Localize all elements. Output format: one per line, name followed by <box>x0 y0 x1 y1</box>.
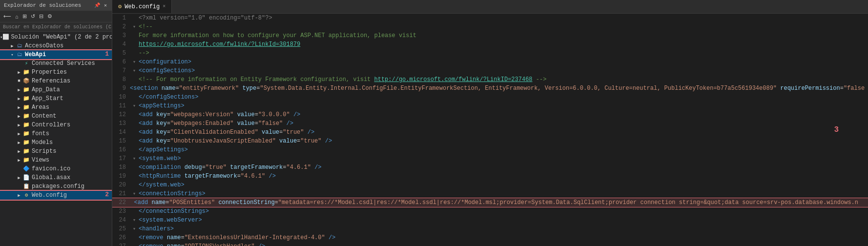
folder-icon-content: 📁 <box>22 112 30 120</box>
code-line-1: 1<?xml version="1.0" encoding="utf-8"?> <box>112 14 868 22</box>
line-content: <configSections> <box>139 66 868 75</box>
arrow-properties: ▶ <box>16 70 22 75</box>
arrow-scripts: ▶ <box>16 149 22 154</box>
arrow-webapi: ▾ <box>9 52 16 58</box>
code-line-7: 7▾ <configSections> <box>112 66 868 75</box>
line-content: <section name="entityFramework" type="Sy… <box>130 84 868 93</box>
tree-item-packages-config[interactable]: 📋 packages.config <box>0 182 112 191</box>
tree-item-connected-services[interactable]: ⚡ Connected Services <box>0 59 112 68</box>
code-line-24: 24▾ <system.webServer> <box>112 216 868 225</box>
code-line-14: 14 <add key="ClientValidationEnabled" va… <box>112 128 868 137</box>
arrow-app-start: ▶ <box>16 96 22 102</box>
tree-item-areas[interactable]: ▶ 📁 Areas <box>0 103 112 112</box>
views-label: Views <box>32 157 49 164</box>
sidebar-toolbar: ⟵ ⌂ ⊞ ↺ ⊟ ⚙ <box>0 11 112 22</box>
line-content: </configSections> <box>139 93 868 102</box>
code-container: 1<?xml version="1.0" encoding="utf-8"?>2… <box>112 14 868 246</box>
editor-panel: ⚙ Web.config × 1<?xml version="1.0" enco… <box>112 0 868 246</box>
line-content: --> <box>139 49 868 58</box>
folder-icon-scripts: 📁 <box>22 147 30 155</box>
badge-1: 1 <box>105 50 109 58</box>
line-number: 25 <box>112 225 130 233</box>
tree-item-solution[interactable]: ▾ ⬜ Solución "WebApi" (2 de 2 proyectos) <box>0 33 112 41</box>
fonts-label: fonts <box>32 130 49 137</box>
referencias-label: Referencias <box>32 78 70 84</box>
close-icon[interactable]: ✕ <box>103 2 108 9</box>
code-area[interactable]: 1<?xml version="1.0" encoding="utf-8"?>2… <box>112 14 868 246</box>
tree-item-webapi[interactable]: ▾ 🗂 WebApi 1 <box>0 50 112 59</box>
code-line-2: 2▾<!-- <box>112 22 868 31</box>
tree-item-app-start[interactable]: ▶ 📁 App_Start <box>0 94 112 103</box>
line-number: 26 <box>112 233 130 242</box>
tree-item-web-config[interactable]: ▶ ⚙ Web.config 2 <box>0 191 112 200</box>
solution-icon: ⬜ <box>2 33 9 41</box>
properties-label: Properties <box>32 69 67 76</box>
tree-item-controllers[interactable]: ▶ 📁 Controllers <box>0 121 112 129</box>
folder-icon-fonts: 📁 <box>22 130 30 138</box>
line-number: 7 <box>112 66 130 75</box>
sidebar-header: Explorador de soluciones 📌 ✕ <box>0 0 112 11</box>
tree-item-scripts[interactable]: ▶ 📁 Scripts <box>0 147 112 156</box>
line-number: 27 <box>112 242 130 246</box>
solution-tree: ▾ ⬜ Solución "WebApi" (2 de 2 proyectos)… <box>0 32 112 246</box>
line-content: <appSettings> <box>139 102 868 110</box>
tree-item-app-data[interactable]: ▶ 📁 App_Data <box>0 85 112 94</box>
line-gutter: ▾ <box>130 216 139 225</box>
acceso-datos-label: AccesoDatos <box>25 42 63 49</box>
folder-icon-app-start: 📁 <box>22 95 30 102</box>
code-line-12: 12 <add key="webpages:Version" value="3.… <box>112 110 868 119</box>
folder-icon-properties: 📁 <box>22 68 30 76</box>
tree-item-referencias[interactable]: ■ 📦 Referencias <box>0 77 112 85</box>
line-number: 14 <box>112 128 130 137</box>
controllers-label: Controllers <box>32 122 70 128</box>
toolbar-refresh-btn[interactable]: ↺ <box>29 12 37 20</box>
tree-item-content[interactable]: ▶ 📁 Content <box>0 112 112 121</box>
code-line-22: 22 <add name="POSEntities" connectionStr… <box>112 198 868 207</box>
code-line-15: 15 <add key="UnobtrusiveJavaScriptEnable… <box>112 137 868 145</box>
code-line-23: 23 </connectionStrings> <box>112 207 868 216</box>
tab-close-btn[interactable]: × <box>163 4 165 9</box>
code-line-19: 19 <httpRuntime targetFramework="4.6.1" … <box>112 172 868 181</box>
code-line-20: 20 </system.web> <box>112 181 868 189</box>
line-gutter: ▾ <box>130 22 139 31</box>
pin-icon[interactable]: 📌 <box>93 2 101 9</box>
tab-web-config[interactable]: ⚙ Web.config × <box>112 0 172 13</box>
app-start-label: App_Start <box>32 95 63 102</box>
toolbar-back-btn[interactable]: ⟵ <box>2 12 13 20</box>
line-number: 20 <box>112 181 130 189</box>
line-content: <add key="ClientValidationEnabled" value… <box>139 128 868 137</box>
webapi-label: WebApi <box>25 51 46 58</box>
code-line-27: 27 <remove name="OPTIONSVerbHandler" /> <box>112 242 868 246</box>
tree-item-fonts[interactable]: ▶ 📁 fonts <box>0 129 112 138</box>
global-asax-label: Global.asax <box>32 174 70 181</box>
code-line-18: 18 <compilation debug="true" targetFrame… <box>112 163 868 172</box>
tree-item-models[interactable]: ▶ 📁 Models <box>0 138 112 147</box>
toolbar-properties-btn[interactable]: ⚙ <box>46 12 54 20</box>
connected-services-label: Connected Services <box>32 60 95 67</box>
line-number: 4 <box>112 40 130 49</box>
arrow-fonts: ▶ <box>16 131 22 137</box>
tree-item-acceso-datos[interactable]: ▶ 🗂 AccesoDatos <box>0 41 112 50</box>
line-number: 5 <box>112 49 130 58</box>
tree-item-favicon[interactable]: 🔷 favicon.ico <box>0 164 112 173</box>
line-number: 13 <box>112 119 130 128</box>
code-line-5: 5--> <box>112 49 868 58</box>
line-number: 11 <box>112 102 130 110</box>
line-gutter: ▾ <box>130 154 139 163</box>
code-line-6: 6▾<configuration> <box>112 58 868 66</box>
toolbar-home-btn[interactable]: ⌂ <box>14 13 20 20</box>
line-content: <remove name="OPTIONSVerbHandler" /> <box>139 242 868 246</box>
solution-label: Solución "WebApi" (2 de 2 proyectos) <box>11 34 112 41</box>
toolbar-collapse-btn[interactable]: ⊟ <box>38 12 45 20</box>
tree-item-properties[interactable]: ▶ 📁 Properties <box>0 68 112 77</box>
line-number: 21 <box>112 189 130 198</box>
tree-item-global-asax[interactable]: ▶ 📄 Global.asax <box>0 173 112 182</box>
arrow-web-config: ▶ <box>16 193 22 198</box>
scripts-label: Scripts <box>32 148 56 155</box>
arrow-acceso-datos: ▶ <box>9 43 16 49</box>
line-number: 16 <box>112 145 130 154</box>
toolbar-show-all-btn[interactable]: ⊞ <box>21 12 28 20</box>
code-line-17: 17▾ <system.web> <box>112 154 868 163</box>
tree-item-views[interactable]: ▶ 📁 Views <box>0 156 112 164</box>
code-line-16: 16 </appSettings> <box>112 145 868 154</box>
